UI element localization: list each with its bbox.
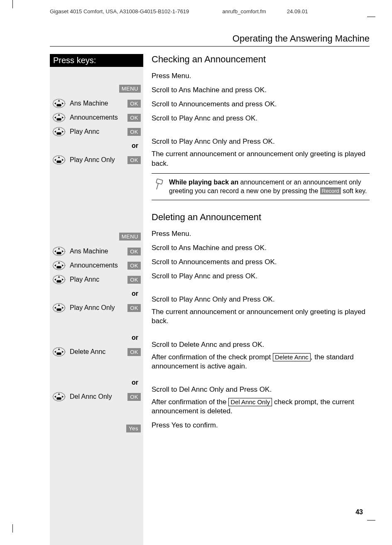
section-title: Operating the Answering Machine — [50, 33, 370, 47]
menu-softkey: MENU — [119, 85, 141, 93]
instr: Scroll to Announcements and press OK. — [152, 100, 370, 109]
nav-icon — [52, 127, 66, 137]
instr: After confirmation of the check prompt D… — [152, 353, 370, 371]
nav-icon — [52, 246, 66, 256]
instr: Scroll to Delete Annc and press OK. — [152, 340, 370, 349]
svg-line-6 — [157, 184, 158, 189]
instr: Scroll to Del Annc Only and Press OK. — [152, 385, 370, 394]
ok-softkey: OK — [127, 393, 141, 401]
instr: The current announcement or announcement… — [152, 150, 370, 168]
or-label: or — [132, 334, 138, 341]
nav-icon — [52, 155, 66, 165]
instr: Press Menu. — [152, 71, 370, 81]
instr: Scroll to Ans Machine and press OK. — [152, 243, 370, 253]
instr: Press Menu. — [152, 229, 370, 238]
instr: Scroll to Play Annc and press OK. — [152, 272, 370, 281]
key-label-delete-annc: Delete Annc — [70, 348, 127, 356]
doc-header: Gigaset 4015 Comfort, USA, A31008-G4015-… — [50, 8, 370, 15]
key-label-play-annc: Play Annc — [70, 276, 127, 283]
note-text: While playing back an announcement or an… — [169, 178, 370, 196]
note-span: soft key. — [341, 187, 367, 194]
key-label-announcements: Announcements — [70, 114, 127, 121]
instr: Scroll to Play Annc and press OK. — [152, 114, 370, 123]
or-label: or — [132, 142, 138, 150]
heading-checking: Checking an Announcement — [152, 54, 370, 65]
instr-span: After confirmation of the — [152, 398, 228, 406]
key-label-del-annc-only: Del Annc Only — [70, 393, 127, 400]
header-file: anrufb_comfort.fm — [222, 8, 266, 15]
or-label: or — [132, 290, 138, 297]
crop-mark — [12, 524, 21, 533]
instructions-column: Checking an Announcement Press Menu. Scr… — [152, 54, 370, 545]
nav-icon — [52, 303, 66, 313]
crop-mark — [12, 0, 21, 8]
nav-icon — [52, 347, 66, 357]
page-number: 43 — [355, 508, 363, 516]
key-label-play-annc-only: Play Annc Only — [70, 304, 127, 312]
press-keys-column: Press keys: MENU Ans Machine OK Announce… — [50, 54, 143, 545]
pin-icon — [152, 178, 164, 196]
svg-rect-5 — [156, 179, 163, 184]
record-softkey: Record — [320, 187, 341, 194]
note-bold: While playing back an — [169, 179, 238, 186]
heading-deleting: Deleting an Announcement — [152, 212, 370, 223]
note-box: While playing back an announcement or an… — [152, 173, 370, 200]
nav-icon — [52, 113, 66, 123]
yes-softkey: Yes — [126, 425, 141, 432]
key-label-play-annc-only: Play Annc Only — [70, 156, 127, 164]
nav-icon — [52, 260, 66, 270]
ok-softkey: OK — [127, 100, 141, 108]
nav-icon — [52, 392, 66, 402]
prompt-del-annc-only: Del Annc Only — [228, 398, 272, 406]
ok-softkey: OK — [127, 348, 141, 356]
ok-softkey: OK — [127, 248, 141, 255]
menu-softkey: MENU — [119, 233, 141, 241]
instr: Press Yes to confirm. — [152, 421, 370, 430]
key-label-announcements: Announcements — [70, 262, 127, 269]
ok-softkey: OK — [127, 276, 141, 284]
nav-icon — [52, 275, 66, 285]
instr: Scroll to Announcements and press OK. — [152, 258, 370, 267]
key-label-ans-machine: Ans Machine — [70, 248, 127, 255]
instr-span: After confirmation of the check prompt — [152, 353, 273, 361]
instr: Scroll to Play Annc Only and Press OK. — [152, 137, 370, 146]
ok-softkey: OK — [127, 128, 141, 136]
press-keys-header: Press keys: — [50, 54, 143, 67]
instr: Scroll to Play Annc Only and Press OK. — [152, 295, 370, 304]
key-label-ans-machine: Ans Machine — [70, 100, 127, 107]
key-label-play-annc: Play Annc — [70, 128, 127, 135]
or-label: or — [132, 379, 138, 386]
header-date: 24.09.01 — [287, 8, 308, 15]
nav-icon — [52, 98, 66, 108]
instr: The current announcement or announcement… — [152, 307, 370, 326]
prompt-delete-annc: Delete Annc — [273, 353, 311, 361]
ok-softkey: OK — [127, 156, 141, 164]
header-product: Gigaset 4015 Comfort, USA, A31008-G4015-… — [50, 8, 189, 15]
instr: After confirmation of the Del Annc Only … — [152, 398, 370, 416]
ok-softkey: OK — [127, 262, 141, 270]
ok-softkey: OK — [127, 114, 141, 122]
instr: Scroll to Ans Machine and press OK. — [152, 86, 370, 95]
ok-softkey: OK — [127, 304, 141, 312]
